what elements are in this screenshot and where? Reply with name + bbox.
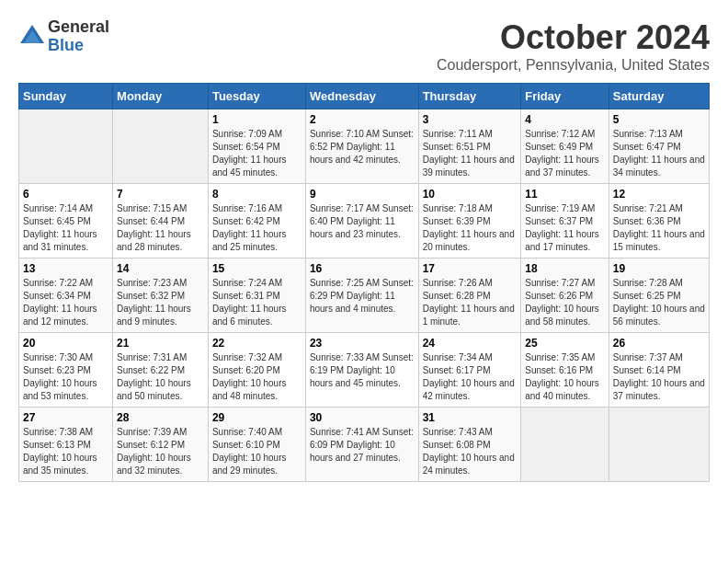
day-info: Sunrise: 7:24 AM Sunset: 6:31 PM Dayligh…	[212, 277, 301, 328]
header-cell-saturday: Saturday	[609, 84, 709, 109]
logo-icon	[18, 23, 46, 51]
header-row: SundayMondayTuesdayWednesdayThursdayFrid…	[19, 84, 710, 109]
calendar-table: SundayMondayTuesdayWednesdayThursdayFrid…	[18, 83, 710, 482]
calendar-subtitle: Coudersport, Pennsylvania, United States	[437, 57, 710, 74]
day-info: Sunrise: 7:30 AM Sunset: 6:23 PM Dayligh…	[23, 351, 108, 403]
day-cell: 30Sunrise: 7:41 AM Sunset: 6:09 PM Dayli…	[305, 408, 418, 482]
day-info: Sunrise: 7:10 AM Sunset: 6:52 PM Dayligh…	[310, 128, 415, 167]
day-number: 13	[23, 262, 108, 275]
day-info: Sunrise: 7:18 AM Sunset: 6:39 PM Dayligh…	[423, 202, 518, 254]
day-info: Sunrise: 7:31 AM Sunset: 6:22 PM Dayligh…	[117, 351, 204, 403]
day-number: 8	[212, 188, 301, 201]
day-info: Sunrise: 7:25 AM Sunset: 6:29 PM Dayligh…	[310, 277, 415, 316]
day-info: Sunrise: 7:40 AM Sunset: 6:10 PM Dayligh…	[212, 426, 301, 477]
day-number: 29	[212, 411, 301, 424]
title-block: October 2024 Coudersport, Pennsylvania, …	[437, 18, 710, 74]
day-info: Sunrise: 7:28 AM Sunset: 6:25 PM Dayligh…	[613, 277, 705, 328]
day-number: 3	[423, 113, 518, 126]
day-number: 18	[525, 262, 605, 275]
day-cell	[113, 109, 209, 184]
day-number: 19	[613, 262, 705, 275]
day-number: 5	[613, 113, 705, 126]
day-info: Sunrise: 7:27 AM Sunset: 6:26 PM Dayligh…	[525, 277, 605, 328]
day-cell: 29Sunrise: 7:40 AM Sunset: 6:10 PM Dayli…	[208, 408, 305, 482]
day-number: 12	[613, 188, 705, 201]
day-number: 1	[212, 113, 301, 126]
day-cell: 11Sunrise: 7:19 AM Sunset: 6:37 PM Dayli…	[521, 184, 609, 259]
logo: General Blue	[18, 18, 109, 55]
day-info: Sunrise: 7:09 AM Sunset: 6:54 PM Dayligh…	[212, 128, 301, 179]
day-cell: 28Sunrise: 7:39 AM Sunset: 6:12 PM Dayli…	[113, 408, 209, 482]
day-cell: 8Sunrise: 7:16 AM Sunset: 6:42 PM Daylig…	[208, 184, 305, 259]
week-row-1: 1Sunrise: 7:09 AM Sunset: 6:54 PM Daylig…	[19, 109, 710, 184]
logo-blue: Blue	[48, 37, 109, 55]
day-info: Sunrise: 7:22 AM Sunset: 6:34 PM Dayligh…	[23, 277, 108, 328]
day-cell: 21Sunrise: 7:31 AM Sunset: 6:22 PM Dayli…	[113, 333, 209, 408]
day-info: Sunrise: 7:38 AM Sunset: 6:13 PM Dayligh…	[23, 426, 108, 477]
day-cell: 25Sunrise: 7:35 AM Sunset: 6:16 PM Dayli…	[521, 333, 609, 408]
day-number: 15	[212, 262, 301, 275]
day-info: Sunrise: 7:13 AM Sunset: 6:47 PM Dayligh…	[613, 128, 705, 179]
day-number: 11	[525, 188, 605, 201]
week-row-5: 27Sunrise: 7:38 AM Sunset: 6:13 PM Dayli…	[19, 408, 710, 482]
day-cell: 5Sunrise: 7:13 AM Sunset: 6:47 PM Daylig…	[609, 109, 709, 184]
header-cell-friday: Friday	[521, 84, 609, 109]
page-header: General Blue October 2024 Coudersport, P…	[18, 18, 710, 74]
week-row-4: 20Sunrise: 7:30 AM Sunset: 6:23 PM Dayli…	[19, 333, 710, 408]
header-cell-sunday: Sunday	[19, 84, 113, 109]
day-cell: 19Sunrise: 7:28 AM Sunset: 6:25 PM Dayli…	[609, 259, 709, 333]
day-cell: 1Sunrise: 7:09 AM Sunset: 6:54 PM Daylig…	[208, 109, 305, 184]
day-cell: 17Sunrise: 7:26 AM Sunset: 6:28 PM Dayli…	[418, 259, 521, 333]
day-info: Sunrise: 7:16 AM Sunset: 6:42 PM Dayligh…	[212, 202, 301, 254]
day-cell: 14Sunrise: 7:23 AM Sunset: 6:32 PM Dayli…	[113, 259, 209, 333]
day-cell: 15Sunrise: 7:24 AM Sunset: 6:31 PM Dayli…	[208, 259, 305, 333]
day-number: 21	[117, 337, 204, 350]
day-number: 7	[117, 188, 204, 201]
day-info: Sunrise: 7:23 AM Sunset: 6:32 PM Dayligh…	[117, 277, 204, 328]
day-info: Sunrise: 7:19 AM Sunset: 6:37 PM Dayligh…	[525, 202, 605, 254]
day-cell: 10Sunrise: 7:18 AM Sunset: 6:39 PM Dayli…	[418, 184, 521, 259]
day-cell: 23Sunrise: 7:33 AM Sunset: 6:19 PM Dayli…	[305, 333, 418, 408]
calendar-title: October 2024	[437, 18, 710, 57]
day-info: Sunrise: 7:35 AM Sunset: 6:16 PM Dayligh…	[525, 351, 605, 403]
day-number: 26	[613, 337, 705, 350]
day-number: 4	[525, 113, 605, 126]
day-cell	[19, 109, 113, 184]
day-cell: 20Sunrise: 7:30 AM Sunset: 6:23 PM Dayli…	[19, 333, 113, 408]
header-cell-tuesday: Tuesday	[208, 84, 305, 109]
day-cell: 13Sunrise: 7:22 AM Sunset: 6:34 PM Dayli…	[19, 259, 113, 333]
day-info: Sunrise: 7:34 AM Sunset: 6:17 PM Dayligh…	[423, 351, 518, 403]
day-number: 24	[423, 337, 518, 350]
calendar-header: SundayMondayTuesdayWednesdayThursdayFrid…	[19, 84, 710, 109]
day-info: Sunrise: 7:17 AM Sunset: 6:40 PM Dayligh…	[310, 202, 415, 241]
day-cell: 22Sunrise: 7:32 AM Sunset: 6:20 PM Dayli…	[208, 333, 305, 408]
day-cell: 31Sunrise: 7:43 AM Sunset: 6:08 PM Dayli…	[418, 408, 521, 482]
day-info: Sunrise: 7:41 AM Sunset: 6:09 PM Dayligh…	[310, 426, 415, 465]
day-cell: 9Sunrise: 7:17 AM Sunset: 6:40 PM Daylig…	[305, 184, 418, 259]
calendar-body: 1Sunrise: 7:09 AM Sunset: 6:54 PM Daylig…	[19, 109, 710, 482]
day-cell: 16Sunrise: 7:25 AM Sunset: 6:29 PM Dayli…	[305, 259, 418, 333]
day-number: 6	[23, 188, 108, 201]
day-number: 17	[423, 262, 518, 275]
header-cell-thursday: Thursday	[418, 84, 521, 109]
day-cell: 27Sunrise: 7:38 AM Sunset: 6:13 PM Dayli…	[19, 408, 113, 482]
day-info: Sunrise: 7:39 AM Sunset: 6:12 PM Dayligh…	[117, 426, 204, 477]
day-number: 16	[310, 262, 415, 275]
day-info: Sunrise: 7:43 AM Sunset: 6:08 PM Dayligh…	[423, 426, 518, 477]
day-cell: 6Sunrise: 7:14 AM Sunset: 6:45 PM Daylig…	[19, 184, 113, 259]
day-cell: 7Sunrise: 7:15 AM Sunset: 6:44 PM Daylig…	[113, 184, 209, 259]
day-cell: 12Sunrise: 7:21 AM Sunset: 6:36 PM Dayli…	[609, 184, 709, 259]
day-number: 23	[310, 337, 415, 350]
day-number: 9	[310, 188, 415, 201]
day-cell: 3Sunrise: 7:11 AM Sunset: 6:51 PM Daylig…	[418, 109, 521, 184]
day-number: 22	[212, 337, 301, 350]
logo-text: General Blue	[48, 18, 109, 55]
day-cell: 26Sunrise: 7:37 AM Sunset: 6:14 PM Dayli…	[609, 333, 709, 408]
day-number: 27	[23, 411, 108, 424]
day-number: 25	[525, 337, 605, 350]
day-info: Sunrise: 7:33 AM Sunset: 6:19 PM Dayligh…	[310, 351, 415, 390]
day-cell: 24Sunrise: 7:34 AM Sunset: 6:17 PM Dayli…	[418, 333, 521, 408]
day-info: Sunrise: 7:37 AM Sunset: 6:14 PM Dayligh…	[613, 351, 705, 403]
day-info: Sunrise: 7:11 AM Sunset: 6:51 PM Dayligh…	[423, 128, 518, 179]
day-number: 31	[423, 411, 518, 424]
